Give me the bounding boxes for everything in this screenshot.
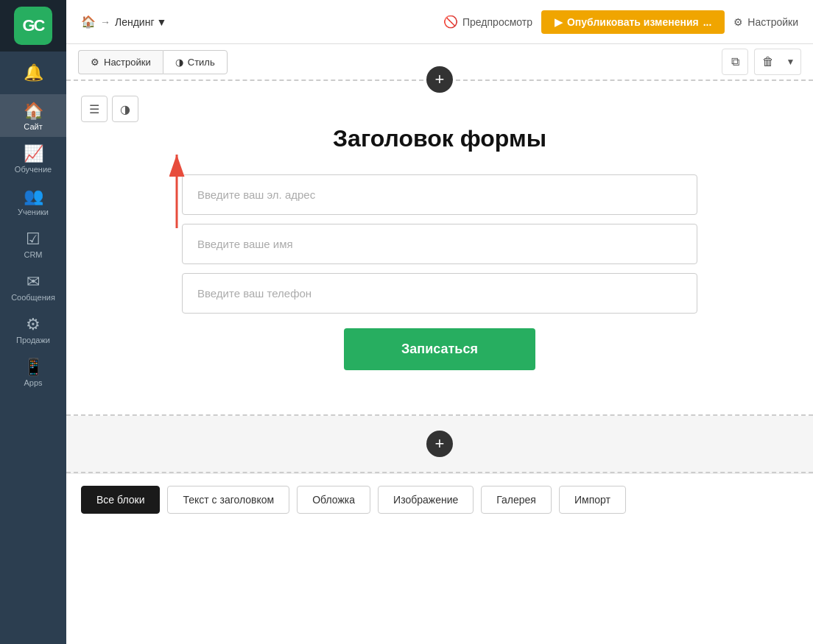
sidebar: GC 🔔 🏠 Сайт 📈 Обучение 👥 Ученики ☑ CRM ✉… [0,0,66,644]
add-block-top-button[interactable]: + [426,66,453,93]
publish-ellipsis: ... [703,16,712,28]
content-area: ☰ ◑ Заголовок формы Записаться + [66,81,813,644]
settings-gear-icon: ⚙ [733,16,743,28]
trash-icon: 🗑 [762,55,774,68]
topbar-actions: 🚫 Предпросмотр ▶ Опубликовать изменения … [443,10,798,34]
breadcrumb: 🏠 → Лендинг ▼ [81,15,166,29]
mail-icon: ✉ [27,274,40,290]
sidebar-item-messages[interactable]: ✉ Сообщения [0,265,66,308]
toolbar-actions: ⧉ 🗑 ▼ [722,49,801,75]
block-type-cover[interactable]: Обложка [297,486,370,514]
chevron-icon: ▼ [786,57,795,67]
block-icons-row: ☰ ◑ [81,96,138,122]
preview-button[interactable]: 🚫 Предпросмотр [443,15,532,29]
form-block: ☰ ◑ Заголовок формы Записаться [66,81,813,416]
block-type-gallery[interactable]: Галерея [481,486,552,514]
check-icon: ☑ [26,231,41,247]
sidebar-item-site[interactable]: 🏠 Сайт [0,94,66,137]
copy-button[interactable]: ⧉ [722,49,748,75]
block-list-icon-btn[interactable]: ☰ [81,96,108,122]
toolbar-more-button[interactable]: ▼ [781,49,801,75]
copy-icon: ⧉ [731,55,739,68]
phone-input[interactable] [182,273,697,314]
gear-icon: ⚙ [26,316,41,333]
topbar: 🏠 → Лендинг ▼ 🚫 Предпросмотр ▶ Опубликов… [66,0,813,44]
block-type-all[interactable]: Все блоки [81,486,160,514]
breadcrumb-separator: → [100,16,110,28]
settings-button[interactable]: ⚙ Настройки [733,16,798,28]
submit-button[interactable]: Записаться [344,328,535,370]
form-title: Заголовок формы [333,125,546,152]
breadcrumb-dropdown[interactable]: Лендинг ▼ [115,16,166,28]
tab-settings-gear-icon: ⚙ [91,57,99,68]
eye-slash-icon: 🚫 [443,15,458,29]
sidebar-item-learning[interactable]: 📈 Обучение [0,137,66,180]
tab-style[interactable]: ◑ Стиль [163,50,228,74]
sidebar-item-crm[interactable]: ☑ CRM [0,222,66,265]
block-type-import[interactable]: Импорт [559,486,626,514]
contrast-icon: ◑ [120,102,130,116]
sidebar-item-label: Обучение [15,165,52,174]
block-type-text-heading[interactable]: Текст с заголовком [167,486,289,514]
breadcrumb-current: Лендинг [115,16,155,28]
mobile-icon: 📱 [24,359,43,375]
tab-settings[interactable]: ⚙ Настройки [78,50,163,74]
play-icon: ▶ [555,16,563,28]
main-content: 🏠 → Лендинг ▼ 🚫 Предпросмотр ▶ Опубликов… [66,0,813,644]
sidebar-item-label: Сообщения [11,293,55,302]
plus-icon: + [435,70,445,89]
sidebar-item-sales[interactable]: ⚙ Продажи [0,308,66,350]
sidebar-item-label: CRM [24,250,42,259]
plus-bottom-icon: + [435,434,445,453]
block-selector: Все блоки Текст с заголовком Обложка Изо… [66,473,813,526]
tab-style-icon: ◑ [175,57,183,68]
name-input[interactable] [182,224,697,264]
sidebar-item-label: Apps [24,378,42,387]
sidebar-item-label: Ученики [18,208,49,216]
email-input[interactable] [182,174,697,215]
logo: GC [14,7,52,45]
users-icon: 👥 [24,188,43,205]
settings-label: Настройки [747,16,798,28]
tab-style-label: Стиль [188,57,215,68]
tab-settings-label: Настройки [104,57,151,68]
chevron-down-icon: ▼ [157,16,167,28]
home-icon: 🏠 [24,103,43,119]
publish-button[interactable]: ▶ Опубликовать изменения ... [541,10,725,34]
list-icon: ☰ [89,102,99,116]
bell-icon: 🔔 [24,63,43,82]
chart-icon: 📈 [24,146,43,162]
form-container: Записаться [182,174,697,370]
block-type-image[interactable]: Изображение [378,486,474,514]
block-contrast-icon-btn[interactable]: ◑ [112,96,138,122]
sidebar-item-label: Сайт [24,122,42,131]
sidebar-notify[interactable]: 🔔 [0,52,66,94]
sidebar-item-label: Продажи [16,336,50,344]
add-block-bottom-button[interactable]: + [426,431,453,457]
delete-button[interactable]: 🗑 [754,49,781,75]
add-block-bottom-area: + [66,416,813,473]
sidebar-logo: GC [0,0,66,52]
preview-label: Предпросмотр [462,16,532,28]
topbar-home-icon: 🏠 [81,15,96,29]
toolbar-tabs: ⚙ Настройки ◑ Стиль [78,50,228,74]
editor-toolbar: ⚙ Настройки ◑ Стиль ⧉ 🗑 ▼ + [66,44,813,81]
sidebar-item-students[interactable]: 👥 Ученики [0,180,66,222]
sidebar-item-apps[interactable]: 📱 Apps [0,350,66,393]
publish-label: Опубликовать изменения [567,16,699,28]
